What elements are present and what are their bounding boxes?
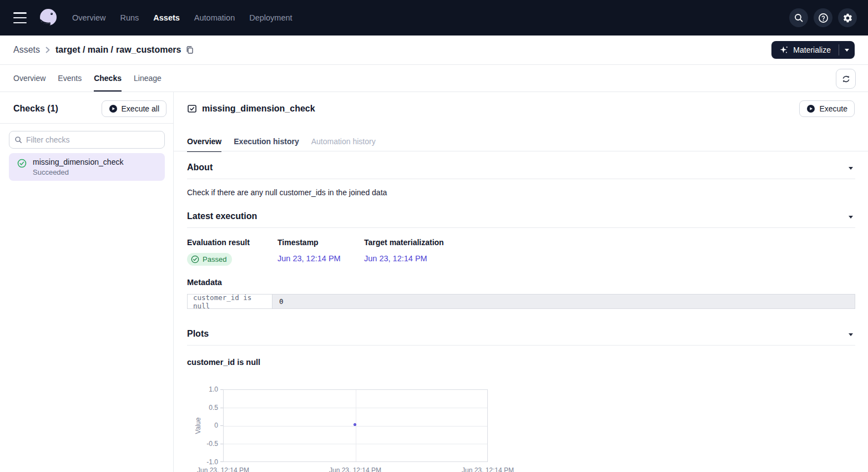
search-icon xyxy=(14,136,22,144)
timestamp-link[interactable]: Jun 23, 12:14 PM xyxy=(277,254,341,263)
metadata-value: 0 xyxy=(272,295,855,308)
asset-tabs: Overview Events Checks Lineage xyxy=(0,65,868,92)
check-circle-icon xyxy=(17,159,27,168)
check-item-status: Succeeded xyxy=(33,168,123,176)
check-document-icon xyxy=(187,104,197,114)
about-heading: About xyxy=(187,163,213,172)
check-circle-icon xyxy=(191,255,199,263)
y-tick: 0 xyxy=(187,422,218,429)
tab-automation-history[interactable]: Automation history xyxy=(311,131,376,151)
divider xyxy=(187,227,855,228)
copy-icon xyxy=(185,45,194,54)
breadcrumb-assets-link[interactable]: Assets xyxy=(13,45,40,55)
x-tick: Jun 23, 12:14 PM xyxy=(457,466,518,472)
copy-button[interactable] xyxy=(185,45,194,54)
y-tick: 0.5 xyxy=(187,404,218,412)
execute-all-button[interactable]: Execute all xyxy=(102,100,166,117)
tab-execution-history[interactable]: Execution history xyxy=(234,131,299,151)
plot-title: customer_id is null xyxy=(187,358,260,367)
nav-item-deployment[interactable]: Deployment xyxy=(249,13,292,22)
check-title: missing_dimension_check xyxy=(202,104,315,114)
menu-icon[interactable] xyxy=(13,12,29,23)
top-navigation: Overview Runs Assets Automation Deployme… xyxy=(0,0,868,35)
nav-item-overview[interactable]: Overview xyxy=(72,13,105,22)
chevron-right-icon xyxy=(46,47,50,53)
latest-execution-heading: Latest execution xyxy=(187,211,257,221)
metadata-table: customer_id is null 0 xyxy=(187,294,855,309)
gear-icon xyxy=(842,13,853,23)
play-icon xyxy=(806,104,815,113)
nav-item-runs[interactable]: Runs xyxy=(120,13,139,22)
play-icon xyxy=(109,104,118,113)
data-point xyxy=(354,423,356,426)
plots-collapse-caret-icon[interactable] xyxy=(849,333,853,336)
execute-button[interactable]: Execute xyxy=(799,100,855,117)
refresh-icon xyxy=(841,74,851,84)
nav-item-automation[interactable]: Automation xyxy=(194,13,235,22)
evaluation-result-label: Evaluation result xyxy=(187,238,250,247)
y-tick: 1.0 xyxy=(187,385,218,393)
passed-status-badge: Passed xyxy=(187,253,232,266)
tab-lineage[interactable]: Lineage xyxy=(134,65,162,92)
filter-checks-input[interactable] xyxy=(26,135,159,144)
execute-label: Execute xyxy=(819,104,847,113)
sparkle-icon xyxy=(779,45,789,55)
primary-nav: Overview Runs Assets Automation Deployme… xyxy=(72,13,292,22)
breadcrumb-asset-name: raw_customers xyxy=(116,45,181,55)
breadcrumb-path: target / main / xyxy=(55,45,113,55)
target-materialization-label: Target materialization xyxy=(364,238,444,247)
dagster-logo-icon xyxy=(38,7,59,28)
materialize-button[interactable]: Materialize xyxy=(771,41,839,59)
target-materialization-link[interactable]: Jun 23, 12:14 PM xyxy=(364,254,427,263)
metadata-key: customer_id is null xyxy=(188,295,272,308)
value-chart: Value 1.0 0.5 0 -0.5 -1.0 Jun 23, 12:14 … xyxy=(187,389,526,472)
checks-panel: Checks (1) Execute all miss xyxy=(0,92,174,472)
check-detail-tabs: Overview Execution history Automation hi… xyxy=(187,131,376,151)
about-collapse-caret-icon[interactable] xyxy=(849,167,853,170)
timestamp-label: Timestamp xyxy=(277,238,319,247)
materialize-dropdown-button[interactable] xyxy=(839,41,855,59)
help-icon xyxy=(818,13,829,23)
x-tick: Jun 23, 12:14 PM xyxy=(325,466,386,472)
latest-execution-collapse-caret-icon[interactable] xyxy=(849,216,853,219)
tab-overview[interactable]: Overview xyxy=(13,65,46,92)
divider xyxy=(0,123,173,124)
passed-badge-label: Passed xyxy=(203,255,226,263)
divider xyxy=(187,345,855,346)
refresh-button[interactable] xyxy=(836,69,856,89)
breadcrumb-row: Assets target / main / raw_customers Mat… xyxy=(0,35,868,65)
divider xyxy=(187,179,855,179)
help-button[interactable] xyxy=(814,8,832,27)
check-list-item[interactable]: missing_dimension_check Succeeded xyxy=(9,153,165,181)
materialize-split-button: Materialize xyxy=(771,41,855,59)
filter-checks-field xyxy=(9,131,165,149)
y-tick: -0.5 xyxy=(187,440,218,448)
plot-area xyxy=(223,389,488,462)
search-button[interactable] xyxy=(789,8,808,27)
divider xyxy=(174,151,868,151)
execute-all-label: Execute all xyxy=(122,104,159,113)
caret-down-icon xyxy=(845,49,849,52)
check-item-name: missing_dimension_check xyxy=(33,158,123,166)
tab-check-overview[interactable]: Overview xyxy=(187,131,221,151)
tab-events[interactable]: Events xyxy=(58,65,82,92)
check-detail-panel: missing_dimension_check Execute Overview… xyxy=(174,92,868,472)
metadata-heading: Metadata xyxy=(187,278,222,287)
search-icon xyxy=(794,13,804,23)
checks-panel-title: Checks (1) xyxy=(13,104,58,114)
x-tick: Jun 23, 12:14 PM xyxy=(193,466,254,472)
nav-item-assets[interactable]: Assets xyxy=(153,13,180,22)
about-description: Check if there are any null customer_ids… xyxy=(187,188,387,197)
plots-heading: Plots xyxy=(187,329,209,339)
y-tick: -1.0 xyxy=(187,458,218,466)
settings-button[interactable] xyxy=(838,8,857,27)
materialize-label: Materialize xyxy=(793,45,831,54)
tab-checks[interactable]: Checks xyxy=(94,65,122,92)
